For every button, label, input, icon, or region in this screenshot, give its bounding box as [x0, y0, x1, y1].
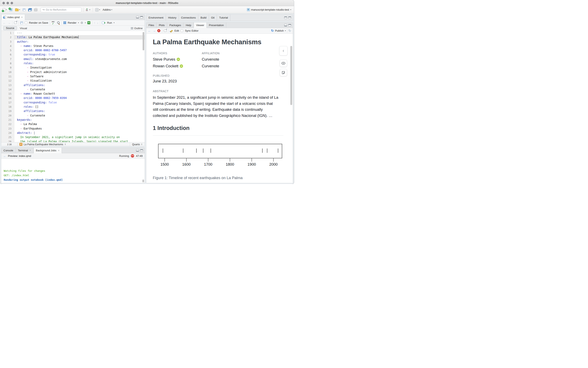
- search-icon[interactable]: [57, 21, 60, 24]
- code-line[interactable]: 16 orcid: 0000-0002-7859-8394: [1, 96, 145, 100]
- code-line[interactable]: 21keywords:: [1, 118, 145, 122]
- maximize-pane-icon[interactable]: [288, 24, 291, 26]
- forward-icon[interactable]: →: [153, 29, 156, 32]
- viewer-scrollbar[interactable]: [290, 46, 292, 105]
- code-line[interactable]: 23 - Earthquakes: [1, 127, 145, 131]
- project-selector[interactable]: R manuscript-template-rstudio-test ▾: [247, 8, 292, 11]
- goto-file-input[interactable]: [46, 8, 76, 11]
- back-icon[interactable]: ←: [3, 154, 6, 158]
- sync-editor-checkbox[interactable]: [181, 29, 183, 32]
- code-line[interactable]: 8 roles:: [1, 61, 145, 65]
- code-line[interactable]: 20 - Curvenote: [1, 113, 145, 118]
- tab-background-jobs[interactable]: Background Jobs ×: [33, 148, 62, 153]
- chevron-down-icon[interactable]: ▾: [85, 22, 86, 24]
- goto-file-search[interactable]: ↪: [41, 7, 81, 12]
- minimize-pane-icon[interactable]: [136, 149, 139, 152]
- tab-packages[interactable]: Packages: [167, 22, 184, 28]
- save-icon[interactable]: [20, 21, 23, 24]
- tab-history[interactable]: History: [166, 15, 179, 21]
- back-icon[interactable]: ←: [3, 21, 6, 25]
- maximize-pane-icon[interactable]: [140, 16, 143, 18]
- tab-environment[interactable]: Environment: [146, 15, 166, 21]
- publish-button[interactable]: Publish: [275, 29, 284, 32]
- clear-viewer-icon[interactable]: ×: [157, 29, 160, 32]
- forward-icon[interactable]: →: [8, 21, 11, 25]
- fold-icon[interactable]: ▾: [13, 31, 14, 35]
- gear-icon[interactable]: ⚙: [81, 21, 83, 25]
- spellcheck-icon[interactable]: ABC✓: [52, 21, 55, 25]
- tab-plots[interactable]: Plots: [156, 22, 167, 28]
- save-button[interactable]: [22, 8, 26, 12]
- code-line[interactable]: 4 - name: Steve Purves: [1, 44, 145, 48]
- code-line[interactable]: 14 - Curvenote: [1, 87, 145, 92]
- tab-help[interactable]: Help: [184, 22, 194, 28]
- code-line[interactable]: 3author:: [1, 40, 145, 44]
- outline-toggle[interactable]: Outline: [131, 27, 143, 30]
- code-line[interactable]: 22 - La Palma: [1, 122, 145, 126]
- open-in-browser-icon[interactable]: [164, 30, 166, 32]
- chevron-down-icon[interactable]: ▾: [285, 30, 286, 32]
- version-control-button[interactable]: +−G ▾: [85, 8, 91, 12]
- popout-icon[interactable]: [14, 22, 17, 24]
- pane-layout-button[interactable]: ▾: [95, 8, 101, 12]
- code-line[interactable]: 10 - Project administration: [1, 70, 145, 74]
- maximize-pane-icon[interactable]: [140, 149, 143, 152]
- tab-files[interactable]: Files: [146, 22, 156, 28]
- render-button[interactable]: Render: [68, 21, 76, 24]
- code-line[interactable]: 18 roles: []: [1, 105, 145, 109]
- restore-pane-icon[interactable]: [284, 17, 287, 19]
- chevron-down-icon[interactable]: ▾: [114, 22, 114, 24]
- new-project-button[interactable]: R+: [9, 8, 13, 12]
- tab-presentation[interactable]: Presentation: [207, 22, 226, 28]
- run-next-icon[interactable]: ↓: [97, 21, 98, 25]
- tab-viewer[interactable]: Viewer: [194, 22, 207, 28]
- stop-job-icon[interactable]: STOP: [131, 154, 134, 157]
- code-line[interactable]: 26 the island of La Palma (Canary Island…: [1, 139, 145, 142]
- minimize-pane-icon[interactable]: [136, 16, 139, 18]
- editor-scrollbar[interactable]: [143, 32, 144, 50]
- code-line[interactable]: 25 In September 2021, a significant jump…: [1, 135, 145, 139]
- code-line[interactable]: 17 corresponding: false: [1, 100, 145, 105]
- open-file-button[interactable]: ▾: [15, 8, 21, 12]
- code-line[interactable]: 12 - Visualization: [1, 79, 145, 83]
- print-button[interactable]: [33, 8, 38, 12]
- maximize-pane-icon[interactable]: [288, 17, 291, 19]
- orcid-icon[interactable]: iD: [177, 58, 180, 61]
- close-tab-icon[interactable]: ×: [30, 149, 31, 152]
- source-mode-button[interactable]: Source: [3, 26, 17, 30]
- code-line[interactable]: 24abstract: |: [1, 131, 145, 135]
- visibility-button[interactable]: [280, 60, 287, 67]
- code-line[interactable]: 2title: La Palma Earthquake Mechanisms: [1, 35, 145, 39]
- save-all-button[interactable]: [28, 8, 32, 12]
- tab-git[interactable]: Git: [209, 15, 217, 21]
- render-on-save-checkbox[interactable]: [25, 21, 27, 24]
- code-editor[interactable]: 1▾---2title: La Palma Earthquake Mechani…: [1, 31, 145, 142]
- code-line[interactable]: 15 - name: Rowan Cockett: [1, 92, 145, 96]
- job-output-log[interactable]: Watching files for changesGET: /index.ht…: [1, 159, 145, 183]
- chevron-down-icon[interactable]: ▾: [78, 22, 79, 24]
- minimize-pane-icon[interactable]: [284, 24, 287, 26]
- code-line[interactable]: 9 - Investigation: [1, 65, 145, 70]
- close-tab-icon[interactable]: ×: [21, 16, 23, 19]
- tab-build[interactable]: Build: [198, 15, 209, 21]
- code-line[interactable]: 5 orcid: 0000-0002-0760-5497: [1, 48, 145, 52]
- insert-chunk-icon[interactable]: +C: [87, 21, 90, 24]
- document-mode-selector[interactable]: Quarto ⇕: [130, 143, 145, 146]
- code-line[interactable]: 13 affiliations:: [1, 83, 145, 87]
- run-button[interactable]: Run: [107, 21, 112, 24]
- edit-button[interactable]: Edit: [175, 29, 179, 32]
- tab-tutorial[interactable]: Tutorial: [217, 15, 230, 21]
- visual-mode-button[interactable]: Visual: [20, 27, 27, 30]
- new-file-button[interactable]: + ▾: [2, 8, 7, 12]
- tab-console[interactable]: Console: [1, 148, 16, 153]
- back-icon[interactable]: ←: [148, 29, 151, 32]
- collapse-panel-button[interactable]: ‹: [279, 46, 287, 55]
- addins-menu[interactable]: Addins ▾: [102, 8, 113, 12]
- tab-index-qmd[interactable]: index.qmd ×: [1, 15, 25, 20]
- code-line[interactable]: 1▾---: [1, 31, 145, 35]
- code-line[interactable]: 7 email: steve@curvenote.com: [1, 57, 145, 61]
- code-line[interactable]: 19 affiliations:: [1, 109, 145, 113]
- document-outline-selector[interactable]: # La Palma Earthquake Mechanisms ⇕: [18, 142, 130, 146]
- orcid-icon[interactable]: iD: [180, 64, 183, 68]
- console-scrollbar[interactable]: [142, 180, 144, 182]
